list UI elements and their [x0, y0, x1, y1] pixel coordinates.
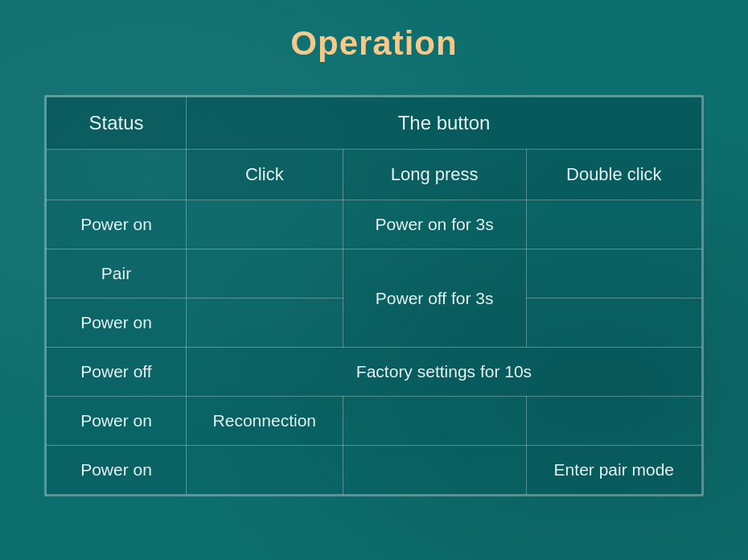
row4-factory-settings: Factory settings for 10s	[187, 348, 702, 397]
row3-status: Power on	[47, 299, 187, 348]
click-subheader: Click	[187, 150, 343, 200]
button-header: The button	[187, 97, 702, 150]
row2-doubleclick	[526, 249, 701, 299]
row2-click	[187, 249, 343, 299]
row5-click: Reconnection	[187, 397, 343, 446]
row1-status: Power on	[47, 200, 187, 249]
table-row: Power on Power on for 3s	[47, 200, 702, 249]
table-row: Power off Factory settings for 10s	[47, 348, 702, 397]
row1-doubleclick	[526, 200, 701, 249]
row6-doubleclick: Enter pair mode	[526, 446, 701, 495]
row6-click	[187, 446, 343, 495]
row6-status: Power on	[47, 446, 187, 495]
table-header-row: Status The button	[47, 97, 702, 150]
row6-longpress	[343, 446, 526, 495]
table-row: Power on Enter pair mode	[47, 446, 702, 495]
table-row: Pair Power off for 3s	[47, 249, 702, 299]
row3-doubleclick	[526, 299, 701, 348]
row1-click	[187, 200, 343, 249]
subheader-status-empty	[47, 150, 187, 200]
longpress-subheader: Long press	[343, 150, 526, 200]
page-title: Operation	[290, 24, 457, 63]
row1-longpress: Power on for 3s	[343, 200, 526, 249]
status-header: Status	[47, 97, 187, 150]
row5-longpress	[343, 397, 526, 446]
row2-longpress: Power off for 3s	[343, 249, 526, 348]
row3-click	[187, 299, 343, 348]
row4-status: Power off	[47, 348, 187, 397]
doubleclick-subheader: Double click	[526, 150, 701, 200]
row5-doubleclick	[526, 397, 701, 446]
row5-status: Power on	[47, 397, 187, 446]
row2-status: Pair	[47, 249, 187, 299]
table-row: Power on Reconnection	[47, 397, 702, 446]
operation-table: Status The button Click Long press Doubl…	[44, 95, 704, 496]
table-subheader-row: Click Long press Double click	[47, 150, 702, 200]
